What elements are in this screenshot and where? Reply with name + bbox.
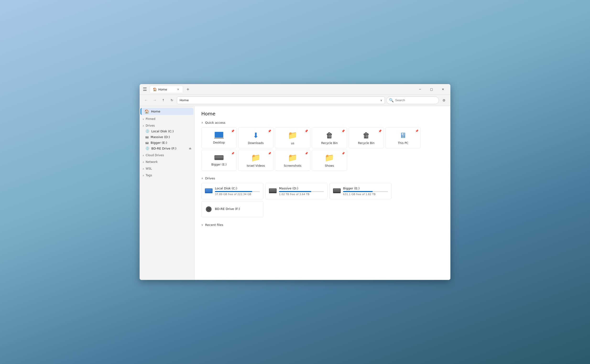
pinned-label: Pinned: [146, 117, 155, 121]
bdre-drive-icon: [205, 205, 212, 213]
quick-item-recycle-1[interactable]: 📌 🗑 Recycle Bin: [312, 127, 347, 148]
recycle-bin-1-icon: 🗑: [326, 131, 333, 139]
recent-files-chevron: ∨: [201, 223, 203, 227]
us-label: us: [291, 142, 294, 145]
svg-rect-9: [269, 189, 276, 190]
pin-icon-this-pc: 📌: [415, 130, 419, 133]
bigger-e-info: Bigger (E:) 631.1 GB free of 1.82 TB: [343, 187, 388, 196]
drive-item-local-c[interactable]: Local Disk (C:) 37.89 GB free of 222.34 …: [201, 183, 264, 199]
tab-close-button[interactable]: ✕: [176, 87, 180, 91]
sidebar-section-drives[interactable]: ∧ Drives: [140, 122, 194, 128]
settings-button[interactable]: ⚙: [440, 97, 448, 104]
back-button[interactable]: ←: [142, 97, 150, 104]
sidebar-section-cloud[interactable]: ∧ Cloud Drives: [140, 151, 194, 158]
quick-item-bigger-e-qa[interactable]: 📌 Bigger (E:): [201, 150, 237, 171]
this-pc-label: This PC: [398, 141, 408, 145]
svg-rect-13: [333, 191, 340, 191]
pin-icon-recycle-2: 📌: [378, 130, 382, 133]
quick-item-us[interactable]: 📌 📁 us: [275, 127, 310, 148]
sidebar-section-wsl[interactable]: ∧ WSL: [140, 165, 194, 171]
sidebar-section-pinned[interactable]: ∨ Pinned: [140, 115, 194, 122]
search-box[interactable]: 🔍: [386, 97, 439, 104]
drives-section-label: Drives: [205, 176, 215, 180]
svg-point-16: [208, 209, 209, 210]
desktop-icon: [214, 131, 224, 139]
svg-rect-7: [205, 191, 212, 191]
massive-d-info: Massive (D:) 1.02 TB free of 3.64 TB: [279, 187, 324, 196]
massive-d-bar-fill: [279, 191, 311, 192]
desktop-label: Desktop: [213, 141, 225, 144]
bdre-name: BD-RE Drive (F:): [215, 207, 260, 211]
network-label: Network: [146, 160, 158, 164]
shows-icon: 📁: [325, 153, 334, 162]
quick-item-this-pc[interactable]: 📌 🖥 This PC: [385, 127, 421, 148]
local-c-bar-fill: [215, 191, 252, 192]
svg-rect-0: [215, 132, 223, 137]
sidebar-item-massive-d[interactable]: 🖴 Massive (D:): [140, 134, 194, 140]
pin-icon-shows: 📌: [342, 152, 345, 155]
drive-item-bdre-f[interactable]: BD-RE Drive (F:): [201, 201, 264, 217]
massive-d-icon: 🖴: [145, 135, 149, 139]
sidebar-section-tags[interactable]: ∧ Tags: [140, 171, 194, 178]
recycle-bin-2-label: Recycle Bin: [358, 141, 374, 145]
svg-rect-12: [333, 189, 340, 190]
pin-icon-israel: 📌: [268, 152, 271, 155]
recent-files-header[interactable]: ∨ Recent files: [201, 223, 444, 227]
sidebar-item-local-c[interactable]: 💿 Local Disk (C:): [140, 128, 194, 134]
svg-rect-3: [215, 156, 223, 157]
bigger-e-drive-icon: [333, 187, 341, 195]
svg-rect-4: [215, 157, 223, 158]
quick-item-downloads[interactable]: 📌 ⬇ Downloads: [238, 127, 273, 148]
maximize-button[interactable]: □: [426, 85, 437, 93]
svg-rect-10: [269, 191, 276, 191]
quick-item-shows[interactable]: 📌 📁 Shows: [312, 150, 347, 171]
sidebar-item-bdre-f[interactable]: 💿 BD-RE Drive (F:) ⏏: [140, 145, 194, 151]
forward-button[interactable]: →: [151, 97, 158, 104]
us-icon: 📁: [288, 131, 297, 140]
wsl-label: WSL: [146, 167, 152, 170]
search-input[interactable]: [395, 98, 436, 102]
drives-section-header[interactable]: ∧ Drives: [201, 176, 444, 180]
wsl-chevron: ∧: [142, 167, 144, 170]
main-layout: 🏠 Home ∨ Pinned ∧ Drives 💿 Local Disk (C…: [140, 106, 450, 280]
sidebar-item-bigger-e[interactable]: 🖴 Bigger (E:): [140, 140, 194, 145]
massive-d-name: Massive (D:): [279, 187, 324, 190]
pinned-chevron: ∨: [142, 118, 144, 120]
sidebar-item-home[interactable]: 🏠 Home: [140, 108, 193, 115]
content-area: Home ∧ Quick access 📌 Desktop: [195, 106, 450, 280]
quick-access-grid: 📌 Desktop 📌 ⬇ Downloads: [201, 127, 444, 171]
quick-item-desktop[interactable]: 📌 Desktop: [201, 127, 237, 148]
quick-item-israel-videos[interactable]: 📌 📁 Israel Videos: [238, 150, 273, 171]
shows-label: Shows: [325, 164, 334, 167]
recent-files-label: Recent files: [205, 223, 223, 227]
massive-d-bar-bg: [279, 191, 324, 192]
pin-icon-recycle-1: 📌: [341, 130, 345, 133]
tags-chevron: ∧: [142, 174, 144, 177]
quick-access-chevron: ∧: [201, 121, 203, 124]
address-input[interactable]: Home ∨: [177, 97, 385, 104]
quick-item-screenshots[interactable]: 📌 📁 Screenshots: [275, 150, 310, 171]
downloads-icon: ⬇: [253, 131, 259, 139]
close-button[interactable]: ✕: [438, 85, 449, 93]
this-pc-icon: 🖥: [399, 131, 407, 139]
local-c-free: 37.89 GB free of 222.34 GB: [215, 193, 260, 196]
quick-item-recycle-2[interactable]: 📌 🗑 Recycle Bin: [349, 127, 384, 148]
quick-access-header[interactable]: ∧ Quick access: [201, 121, 444, 124]
network-chevron: ∧: [142, 161, 144, 163]
drive-qa-icon: [214, 154, 224, 161]
local-c-bar-bg: [215, 191, 260, 192]
drive-item-massive-d[interactable]: Massive (D:) 1.02 TB free of 3.64 TB: [265, 183, 327, 199]
up-button[interactable]: ↑: [160, 97, 167, 104]
massive-d-label: Massive (D:): [151, 135, 170, 139]
new-tab-button[interactable]: +: [185, 86, 191, 93]
title-bar: 🏠 Home ✕ + ─ □ ✕: [140, 84, 450, 95]
sidebar-section-network[interactable]: ∧ Network: [140, 158, 194, 165]
address-dropdown-icon[interactable]: ∨: [380, 99, 382, 102]
minimize-button[interactable]: ─: [415, 85, 425, 93]
screenshots-label: Screenshots: [284, 164, 301, 167]
bdre-icon: 💿: [145, 146, 149, 150]
drive-item-bigger-e[interactable]: Bigger (E:) 631.1 GB free of 1.82 TB: [329, 183, 391, 199]
home-tab[interactable]: 🏠 Home ✕: [150, 86, 183, 93]
refresh-button[interactable]: ↻: [168, 97, 175, 104]
hamburger-icon[interactable]: [141, 86, 148, 93]
